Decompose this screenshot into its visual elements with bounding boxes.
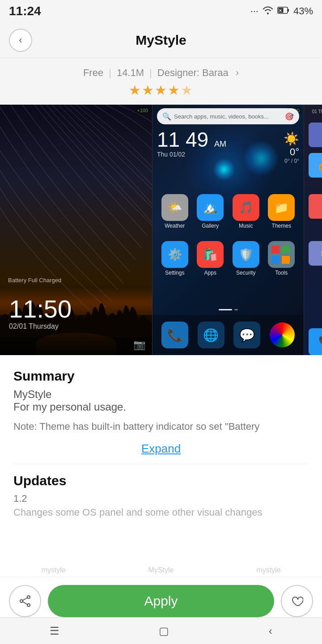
app-icon-weather: 🌤️: [161, 194, 188, 221]
weather-range: 0° / 0°: [284, 158, 299, 164]
camera-icon: 📷: [133, 339, 145, 351]
screenshots-row: +100 Battery Full Charged: [0, 105, 322, 355]
app-label-weather: Weather: [165, 223, 185, 229]
app-label-appstore: Apps: [204, 270, 216, 276]
dock-themes[interactable]: [270, 322, 295, 347]
summary-title: Summary: [13, 369, 309, 384]
lockscreen-clock: 11:50: [9, 297, 72, 322]
app-icon-appstore: 🛍️: [197, 241, 224, 268]
summary-description: For my personal usage.: [13, 401, 309, 413]
svg-text:✕: ✕: [279, 8, 282, 13]
status-time: 11:24: [9, 4, 41, 18]
share-button[interactable]: [9, 585, 41, 617]
svg-point-5: [27, 604, 30, 606]
dock-messages[interactable]: 💬: [233, 322, 260, 348]
page-indicator: [153, 309, 304, 310]
app-weather[interactable]: 🌤️ Weather: [159, 194, 191, 229]
watermark-1: mystyle: [41, 566, 65, 574]
apply-button[interactable]: Apply: [48, 585, 274, 617]
google-icon: 🎯: [285, 112, 294, 121]
homescreen-clock: 11 49 AM: [157, 129, 226, 150]
app-row-2: ⚙️ Settings 🛍️ Apps 🛡️ Security Tools: [153, 241, 304, 276]
homescreen-weather: ☀️ 0° 0° / 0°: [284, 131, 299, 164]
designer-label: Designer: Baraa: [157, 67, 229, 79]
app-settings[interactable]: ⚙️ Settings: [159, 241, 191, 276]
rating-stars: ★★★★★: [0, 82, 322, 98]
app-label-security: Security: [236, 270, 255, 276]
nav-back-icon[interactable]: ‹: [269, 625, 272, 637]
app-label-gallery: Gallery: [202, 223, 219, 229]
lockscreen-date: 02/01 Thursday: [9, 322, 59, 330]
app-themes[interactable]: 📁 Themes: [265, 194, 297, 229]
page-title: MyStyle: [136, 33, 186, 48]
battery-box-icon: ✕: [277, 5, 290, 17]
svg-rect-1: [288, 9, 289, 12]
watermark-3: mystyle: [256, 566, 280, 574]
nav-bar: ☰ ▢ ‹: [0, 617, 322, 644]
screenshot-homescreen[interactable]: +100 🔍 Search apps, music, videos, books…: [152, 105, 304, 355]
svg-point-4: [27, 596, 30, 598]
app-label-music: Music: [239, 223, 253, 229]
app-label-themes: Themes: [272, 223, 291, 229]
app-row-1: 🌤️ Weather 🏔️ Gallery 🎵 Music 📁 Themes: [153, 194, 304, 229]
search-placeholder: Search apps, music, videos, books...: [174, 113, 282, 120]
app-label-settings: Settings: [165, 270, 184, 276]
nav-menu-icon[interactable]: ☰: [50, 625, 59, 637]
summary-section: Summary MyStyle For my personal usage. N…: [13, 369, 309, 456]
app-icon-gallery: 🏔️: [197, 194, 224, 221]
homescreen-date: Thu 01/02: [157, 151, 226, 158]
app-label-tools: Tools: [275, 270, 288, 276]
expand-link[interactable]: Expand: [13, 442, 309, 456]
app-appstore[interactable]: 🛍️ Apps: [194, 241, 226, 276]
app-icon-themes: 📁: [268, 194, 295, 221]
summary-note: Note: Theme has built-in battery indicat…: [13, 420, 309, 434]
nav-home-icon[interactable]: ▢: [159, 625, 169, 637]
homescreen-time: 11 49 AM Thu 01/02: [157, 129, 226, 158]
status-icons: ··· ✕ 43%: [250, 5, 313, 17]
weather-temp: 0°: [284, 146, 299, 158]
svg-line-8: [23, 602, 27, 605]
svg-point-6: [20, 600, 23, 602]
app-icon-settings: ⚙️: [161, 241, 188, 268]
app-icon-security: 🛡️: [233, 241, 259, 268]
updates-title: Updates: [13, 473, 309, 488]
watermark-row: mystyle MyStyle mystyle: [0, 563, 322, 578]
dots-icon: ···: [250, 5, 258, 17]
meta-text-row: Free | 14.1M | Designer: Baraa ›: [0, 67, 322, 79]
search-icon: 🔍: [162, 112, 171, 121]
watermark-2: MyStyle: [148, 566, 174, 574]
app-icon-tools: [268, 241, 295, 268]
updates-section: Updates 1.2 Changes some OS panel and so…: [13, 464, 309, 518]
summary-app-name: MyStyle: [13, 388, 309, 401]
svg-line-7: [23, 598, 27, 601]
battery-text: Battery Full Charged: [8, 277, 61, 284]
updates-version: 1.2: [13, 493, 309, 504]
dock-phone[interactable]: 📞: [161, 322, 188, 348]
nebula-glow: [243, 140, 279, 176]
app-gallery[interactable]: 🏔️ Gallery: [194, 194, 226, 229]
weather-icon: ☀️: [284, 131, 299, 146]
app-music[interactable]: 🎵 Music: [230, 194, 262, 229]
wifi-icon: [262, 5, 274, 17]
price-label: Free: [83, 67, 103, 79]
top-bar: ‹ MyStyle: [0, 22, 322, 58]
like-button[interactable]: [281, 585, 313, 617]
screenshot-lockscreen[interactable]: +100 Battery Full Charged: [0, 105, 152, 355]
app-tools[interactable]: Tools: [265, 241, 297, 276]
status-bar: 11:24 ··· ✕ 43%: [0, 0, 322, 22]
meta-info: Free | 14.1M | Designer: Baraa › ★★★★★: [0, 58, 322, 100]
size-label: 14.1M: [117, 67, 144, 79]
battery-percent: 43%: [293, 5, 313, 17]
designer-arrow-icon[interactable]: ›: [236, 67, 239, 79]
dock: 📞 🌐 💬: [153, 315, 304, 355]
search-bar[interactable]: 🔍 Search apps, music, videos, books... 🎯: [157, 108, 299, 124]
app-icon-music: 🎵: [233, 194, 259, 221]
screenshot-partial: 01 Thu | 1 1 📻 📍 ✱ 📞: [304, 105, 322, 355]
back-button[interactable]: ‹: [9, 29, 32, 52]
app-security[interactable]: 🛡️ Security: [230, 241, 262, 276]
updates-changes: Changes some OS panel and some other vis…: [13, 507, 309, 518]
dock-browser[interactable]: 🌐: [198, 322, 225, 348]
